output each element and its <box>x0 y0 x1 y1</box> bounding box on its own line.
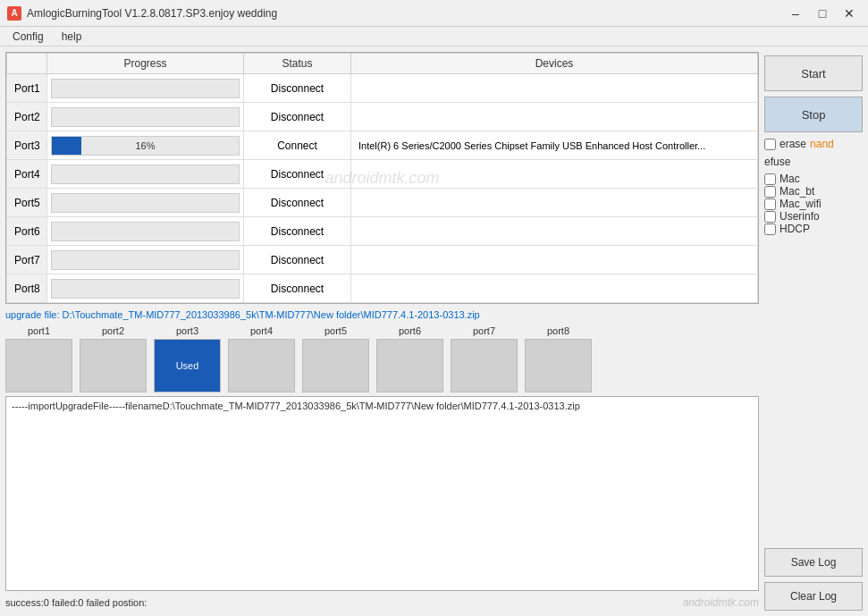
progress-bar-container: 16% <box>51 136 240 156</box>
port-thumbnails: port1port2port3Usedport4port5port6port7p… <box>5 325 759 392</box>
status-cell: Disconnect <box>244 246 351 274</box>
port-thumb-label: port6 <box>399 325 421 336</box>
port-thumb: port8 <box>525 325 592 392</box>
menu-help[interactable]: help <box>53 29 91 45</box>
devices-cell <box>351 103 758 131</box>
efuse-checkbox-hdcp[interactable] <box>764 224 776 235</box>
progress-cell <box>47 160 244 189</box>
progress-bar-text: 16% <box>135 140 155 151</box>
port-label: Port1 <box>7 74 47 103</box>
status-text: success:0 failed:0 failed postion: <box>5 597 147 608</box>
port-thumb-label: port1 <box>28 325 50 336</box>
efuse-checkbox-mac_bt[interactable] <box>764 186 776 198</box>
port-label: Port8 <box>7 274 47 303</box>
devices-cell <box>351 246 758 274</box>
port-thumb: port1 <box>5 325 72 392</box>
progress-bar-container <box>51 222 240 241</box>
progress-cell <box>47 103 244 131</box>
menu-config[interactable]: Config <box>4 29 53 45</box>
port-label: Port7 <box>7 246 47 274</box>
efuse-label-mac_bt: Mac_bt <box>780 185 814 198</box>
efuse-label-mac: Mac <box>780 173 800 185</box>
status-cell: Disconnect <box>244 74 351 103</box>
efuse-item: HDCP <box>764 223 863 235</box>
table-row: Port316%ConnectIntel(R) 6 Series/C2000 S… <box>7 131 758 160</box>
port-thumb: port3Used <box>154 325 221 392</box>
app-title: AmlogicBurningTool V1.2.8.0817.SP3.enjoy… <box>27 7 784 20</box>
maximize-button[interactable]: □ <box>811 4 834 22</box>
start-button[interactable]: Start <box>764 55 863 91</box>
efuse-checkbox-mac[interactable] <box>764 173 776 185</box>
port-thumb: port7 <box>451 325 518 392</box>
port-label: Port3 <box>7 131 47 160</box>
progress-bar-container <box>51 165 240 184</box>
devices-cell <box>351 74 758 103</box>
status-cell: Connect <box>244 131 351 160</box>
progress-cell: 16% <box>47 131 244 160</box>
log-area[interactable]: -----importUpgradeFile-----filenameD:\To… <box>5 396 759 591</box>
efuse-item: Mac_wifi <box>764 198 863 210</box>
port-thumb-box <box>80 339 147 392</box>
close-button[interactable]: ✕ <box>838 4 861 22</box>
efuse-checkbox-userinfo[interactable] <box>764 211 776 223</box>
progress-cell <box>47 189 244 217</box>
port-thumb-box <box>302 339 369 392</box>
port-thumb-box: Used <box>154 339 221 392</box>
devices-cell <box>351 217 758 246</box>
progress-cell <box>47 217 244 246</box>
devices-cell <box>351 274 758 303</box>
efuse-item: Userinfo <box>764 210 863 223</box>
title-bar: A AmlogicBurningTool V1.2.8.0817.SP3.enj… <box>0 0 868 27</box>
col-status-header: Status <box>244 54 351 74</box>
progress-cell <box>47 74 244 103</box>
port-table-container: androidmtk.com Progress Status Devices P… <box>5 52 759 304</box>
table-row: Port1Disconnect <box>7 74 758 103</box>
port-thumb-label: port3 <box>176 325 198 336</box>
right-panel: Start Stop erase nand efuse MacMac_btMac… <box>764 52 863 611</box>
clear-log-button[interactable]: Clear Log <box>764 582 863 611</box>
progress-bar-container <box>51 279 240 299</box>
port-thumb-label: port7 <box>473 325 495 336</box>
table-row: Port6Disconnect <box>7 217 758 246</box>
progress-bar-container <box>51 79 240 98</box>
menu-bar: Config help <box>0 27 868 46</box>
erase-nand-container: erase nand <box>764 138 863 150</box>
table-row: Port7Disconnect <box>7 246 758 274</box>
status-cell: Disconnect <box>244 274 351 303</box>
efuse-label-mac_wifi: Mac_wifi <box>780 198 822 210</box>
left-panel: androidmtk.com Progress Status Devices P… <box>5 52 759 611</box>
port-thumb-label: port4 <box>250 325 273 336</box>
upgrade-file-path: upgrade file: D:\Touchmate_TM-MID777_201… <box>5 308 759 322</box>
port-thumb-box <box>5 339 72 392</box>
efuse-checkbox-mac_wifi[interactable] <box>764 198 776 210</box>
efuse-item: Mac <box>764 173 863 185</box>
devices-cell <box>351 189 758 217</box>
port-thumb-box <box>525 339 592 392</box>
save-log-button[interactable]: Save Log <box>764 548 863 577</box>
progress-cell <box>47 274 244 303</box>
progress-bar-container <box>51 193 240 213</box>
port-thumb-label: port8 <box>547 325 569 336</box>
status-watermark: androidmtk.com <box>683 596 759 609</box>
port-thumb: port4 <box>228 325 295 392</box>
port-thumb: port5 <box>302 325 369 392</box>
col-port-header <box>7 54 47 74</box>
col-progress-header: Progress <box>47 54 244 74</box>
log-content: -----importUpgradeFile-----filenameD:\To… <box>12 401 580 411</box>
table-row: Port8Disconnect <box>7 274 758 303</box>
stop-button[interactable]: Stop <box>764 97 863 132</box>
progress-bar-fill <box>52 137 81 155</box>
table-row: Port2Disconnect <box>7 103 758 131</box>
erase-label: erase <box>780 138 806 150</box>
devices-cell <box>351 160 758 189</box>
devices-cell: Intel(R) 6 Series/C2000 Series Chipset F… <box>351 131 758 160</box>
efuse-label-hdcp: HDCP <box>780 223 810 235</box>
minimize-button[interactable]: – <box>784 4 807 22</box>
erase-nand-checkbox[interactable] <box>764 139 776 150</box>
progress-bar-container <box>51 250 240 270</box>
port-thumb-box <box>376 339 443 392</box>
port-thumb: port6 <box>376 325 443 392</box>
port-label: Port2 <box>7 103 47 131</box>
port-label: Port6 <box>7 217 47 246</box>
status-cell: Disconnect <box>244 103 351 131</box>
